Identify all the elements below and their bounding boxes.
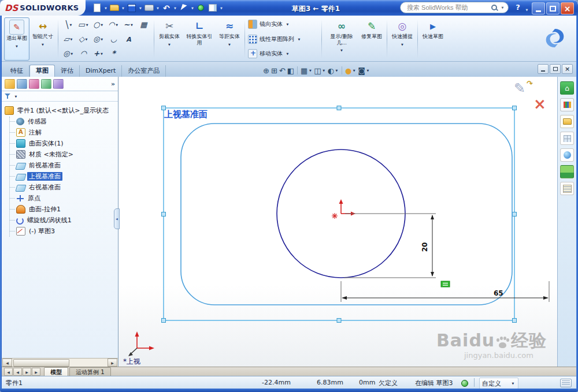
- minimize-button[interactable]: [532, 2, 545, 14]
- fillet-tool-button[interactable]: [91, 47, 106, 59]
- tree-item-annotations[interactable]: 注解: [5, 127, 117, 138]
- tree-item-sketch3[interactable]: (-) 草图3: [5, 226, 117, 237]
- tree-horizontal-scrollbar[interactable]: [2, 358, 118, 367]
- chevron-down-icon[interactable]: [500, 3, 505, 12]
- chevron-down-icon[interactable]: [190, 3, 195, 13]
- search-input[interactable]: [406, 3, 489, 12]
- cancel-sketch-icon[interactable]: [533, 95, 546, 113]
- chevron-down-icon[interactable]: [120, 3, 125, 13]
- task-pane-toggle-icon[interactable]: [560, 379, 572, 387]
- text-tool-button[interactable]: [121, 33, 136, 45]
- doc-minimize-button[interactable]: [538, 64, 549, 74]
- tree-item-surface-extrude1[interactable]: 曲面-拉伸1: [5, 204, 117, 215]
- panel-overflow-icon[interactable]: [111, 80, 115, 88]
- smart-dimension-button[interactable]: 智能尺寸: [31, 17, 55, 61]
- wave-tool-button[interactable]: [106, 33, 121, 45]
- rectangle-tool-button[interactable]: [76, 18, 91, 31]
- display-delete-relations-button[interactable]: 显示/删除几...: [325, 17, 358, 61]
- offset-entities-button[interactable]: 等距实体: [217, 17, 242, 61]
- chevron-down-icon[interactable]: [13, 92, 18, 101]
- display-style-icon[interactable]: [314, 66, 325, 75]
- next-tab-icon[interactable]: [23, 368, 31, 376]
- chevron-down-icon[interactable]: [103, 3, 108, 13]
- help-button[interactable]: ?: [513, 3, 523, 12]
- view-palette-icon[interactable]: [560, 132, 574, 145]
- confirmation-corner-sketch-icon[interactable]: [514, 80, 525, 96]
- repair-sketch-button[interactable]: 修复草图: [360, 17, 384, 61]
- circle2-tool-button[interactable]: [61, 47, 76, 59]
- panel-collapse-handle[interactable]: [114, 208, 120, 229]
- circle-tool-button[interactable]: [91, 18, 106, 31]
- tree-item-top-plane[interactable]: 上视基准面: [5, 171, 117, 182]
- first-tab-icon[interactable]: [4, 368, 13, 376]
- exit-sketch-button[interactable]: 退出草图: [4, 17, 29, 61]
- open-document-icon[interactable]: [109, 2, 120, 13]
- rapid-sketch-button[interactable]: 快速草图: [421, 17, 445, 61]
- quick-snaps-button[interactable]: 快速捕捉: [390, 17, 414, 61]
- mirror-entities-button[interactable]: 镜向实体: [248, 20, 318, 29]
- tree-item-right-plane[interactable]: 右视基准面: [5, 182, 117, 193]
- restore-button[interactable]: [546, 2, 560, 14]
- options-panel-icon[interactable]: [207, 2, 218, 13]
- dimension-20[interactable]: 20: [344, 214, 436, 278]
- chevron-down-icon[interactable]: [218, 3, 224, 13]
- doc-close-button[interactable]: [562, 64, 573, 74]
- chevron-down-icon[interactable]: [138, 3, 143, 13]
- dimxpert-manager-icon[interactable]: [41, 79, 51, 89]
- close-button[interactable]: [561, 2, 574, 14]
- tree-item-helix[interactable]: 螺旋线/涡状线1: [5, 215, 117, 226]
- section-view-icon[interactable]: [287, 66, 294, 75]
- previous-tab-icon[interactable]: [13, 368, 22, 376]
- spline-tool-button[interactable]: [121, 18, 136, 31]
- point-tool-button[interactable]: [106, 47, 121, 59]
- scroll-left-icon[interactable]: [2, 359, 12, 367]
- chevron-down-icon[interactable]: [172, 3, 177, 13]
- custom-view-dropdown[interactable]: 自定义: [479, 378, 518, 389]
- file-explorer-icon[interactable]: [560, 115, 574, 128]
- center-rectangle-tool-button[interactable]: [61, 33, 76, 45]
- search-icon[interactable]: [491, 4, 498, 12]
- chevron-down-icon[interactable]: [524, 5, 529, 14]
- doc-restore-button[interactable]: [550, 64, 561, 74]
- appearances-icon[interactable]: [345, 66, 356, 75]
- line-tool-button[interactable]: [61, 18, 76, 31]
- move-entities-button[interactable]: 移动实体: [248, 49, 318, 58]
- tree-item-surface-bodies[interactable]: 曲面实体(1): [5, 138, 117, 149]
- tree-item-sensors[interactable]: 传感器: [5, 116, 117, 127]
- save-icon[interactable]: [126, 2, 137, 13]
- select-cursor-icon[interactable]: [178, 2, 189, 13]
- polygon-tool-button[interactable]: [76, 33, 91, 45]
- search-box[interactable]: [400, 2, 509, 13]
- filter-icon[interactable]: [5, 93, 11, 99]
- plane-boundary[interactable]: [162, 106, 517, 323]
- last-tab-icon[interactable]: [32, 368, 40, 376]
- ellipse-tool-button[interactable]: [91, 33, 106, 45]
- appearances-icon[interactable]: [560, 148, 574, 162]
- zoom-area-icon[interactable]: [271, 66, 277, 75]
- sketch-origin[interactable]: [332, 199, 355, 219]
- chevron-down-icon[interactable]: [155, 3, 160, 13]
- tab-motion-study[interactable]: 运动算例 1: [69, 367, 111, 376]
- tab-office-products[interactable]: 办公室产品: [122, 65, 166, 77]
- property-manager-icon[interactable]: [17, 79, 27, 89]
- tab-sketch[interactable]: 草图: [29, 65, 55, 77]
- new-document-icon[interactable]: [91, 2, 102, 13]
- tree-item-front-plane[interactable]: 前视基准面: [5, 160, 117, 171]
- pattern-tool-button[interactable]: [136, 18, 151, 31]
- scroll-right-icon[interactable]: [108, 359, 117, 367]
- sketch-relation-badge[interactable]: [441, 281, 450, 287]
- graphics-area[interactable]: 上视基准面: [118, 77, 557, 367]
- scrollbar-thumb[interactable]: [13, 359, 69, 367]
- undo-icon[interactable]: [161, 2, 172, 13]
- tab-model[interactable]: 模型: [44, 367, 68, 376]
- zoom-fit-icon[interactable]: [263, 66, 269, 75]
- tree-item-part-root[interactable]: 零件1 (默认<<默认>_显示状态: [5, 105, 117, 116]
- tree-item-material[interactable]: 材质 <未指定>: [5, 149, 117, 160]
- feature-manager-icon[interactable]: [5, 79, 15, 89]
- previous-view-icon[interactable]: [279, 66, 286, 75]
- arc-tool-button[interactable]: [106, 18, 121, 31]
- trim-entities-button[interactable]: 剪裁实体: [157, 17, 181, 61]
- tree-item-origin[interactable]: 原点: [5, 193, 117, 204]
- graphics-viewport[interactable]: 上视基准面: [118, 77, 557, 367]
- design-library-icon[interactable]: [560, 98, 574, 111]
